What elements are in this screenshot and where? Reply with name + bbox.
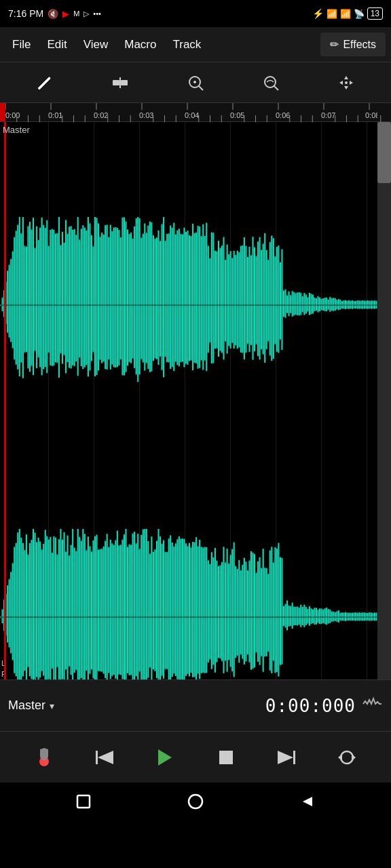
svg-marker-22 <box>338 754 342 761</box>
music-icon: M <box>73 9 79 18</box>
track-area[interactable]: Master L R <box>0 122 391 679</box>
svg-point-24 <box>189 795 202 808</box>
pencil-tool[interactable] <box>30 68 60 98</box>
signal1-icon: 📶 <box>327 9 337 19</box>
effects-button[interactable]: ✏ Effects <box>320 33 386 56</box>
wifi-icon: 📡 <box>354 9 365 19</box>
more-icon: ••• <box>93 9 101 18</box>
android-back-button[interactable] <box>295 789 320 814</box>
timeline-ruler[interactable]: 0:00 0:01 0:02 0:03 0:04 0:05 0:06 0:07 … <box>0 103 391 122</box>
android-nav-bar <box>0 783 391 821</box>
svg-rect-18 <box>219 751 233 764</box>
track-selector[interactable]: Master ▾ <box>8 698 259 713</box>
youtube-icon: ▶ <box>62 9 69 19</box>
svg-marker-10 <box>344 86 348 90</box>
split-tool[interactable] <box>105 68 135 98</box>
menu-file[interactable]: File <box>5 34 37 56</box>
ruler-red-bar <box>0 103 5 121</box>
svg-rect-0 <box>113 80 119 85</box>
bluetooth-icon: ⚡ <box>312 8 324 19</box>
playhead-line <box>4 122 6 679</box>
svg-rect-1 <box>121 80 128 85</box>
menu-items: File Edit View Macro Track <box>5 34 320 56</box>
battery-display: 13 <box>367 7 383 20</box>
android-home-button[interactable] <box>183 789 208 814</box>
svg-rect-15 <box>96 751 98 764</box>
svg-marker-11 <box>339 81 343 85</box>
menu-bar: File Edit View Macro Track ✏ Effects <box>0 27 391 62</box>
time-display: 0:00:000 <box>265 696 356 716</box>
menu-edit[interactable]: Edit <box>40 34 73 56</box>
effects-pencil-icon: ✏ <box>330 38 339 51</box>
signal2-icon: 📶 <box>340 9 351 19</box>
toolbar <box>0 62 391 103</box>
svg-marker-25 <box>303 797 312 806</box>
loop-button[interactable] <box>330 741 364 774</box>
mute-icon: 🔇 <box>48 9 58 19</box>
stop-button[interactable] <box>209 741 243 774</box>
menu-macro[interactable]: Macro <box>117 34 163 56</box>
svg-marker-21 <box>352 754 356 761</box>
zoom-out-tool[interactable] <box>256 68 286 98</box>
record-button[interactable] <box>27 741 61 774</box>
svg-marker-12 <box>350 81 353 85</box>
status-bar: 7:16 PM 🔇 ▶ M ▷ ••• ⚡ 📶 📶 📡 13 <box>0 0 391 27</box>
waveform-top <box>0 217 377 393</box>
move-tool[interactable] <box>331 68 361 98</box>
bottom-bar: Master ▾ 0:00:000 <box>0 679 391 731</box>
menu-track[interactable]: Track <box>166 34 208 56</box>
svg-line-6 <box>199 86 203 90</box>
dropdown-arrow-icon[interactable]: ▾ <box>50 701 54 711</box>
rewind-button[interactable] <box>88 741 122 774</box>
svg-marker-17 <box>158 749 172 766</box>
play-icon: ▷ <box>83 9 89 18</box>
svg-rect-19 <box>293 751 295 764</box>
svg-marker-20 <box>278 751 293 764</box>
scrollbar-thumb[interactable] <box>377 122 391 183</box>
zoom-in-tool[interactable] <box>181 68 210 98</box>
waveform-icon[interactable] <box>362 696 383 716</box>
master-label: Master <box>3 125 30 135</box>
menu-view[interactable]: View <box>77 34 115 56</box>
track-name: Master <box>8 698 45 713</box>
status-time: 7:16 PM <box>8 8 43 19</box>
svg-marker-9 <box>344 76 348 79</box>
scrollbar[interactable] <box>377 122 391 679</box>
android-square-button[interactable] <box>71 789 96 814</box>
svg-point-13 <box>345 81 348 84</box>
waveform-bottom <box>0 529 377 679</box>
play-button[interactable] <box>148 741 182 774</box>
transport-bar <box>0 731 391 783</box>
svg-rect-23 <box>77 795 90 808</box>
svg-marker-16 <box>98 751 113 764</box>
fast-forward-button[interactable] <box>269 741 303 774</box>
svg-line-8 <box>274 85 278 90</box>
